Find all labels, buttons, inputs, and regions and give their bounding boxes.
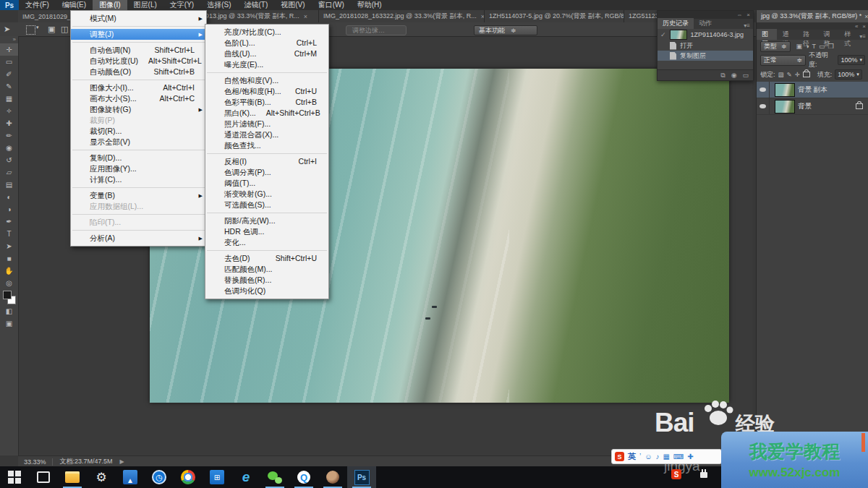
menu-item[interactable]: 替换颜色(R)... — [205, 275, 328, 286]
menu-item[interactable]: 色阶(L)... Ctrl+L — [205, 38, 328, 48]
taskbar-item[interactable]: e — [231, 466, 260, 488]
panel-menu-icon[interactable]: ▾≡ — [744, 22, 753, 29]
tool-button[interactable]: ◑ — [0, 203, 18, 215]
menu-item[interactable]: 颜色查找... — [205, 140, 328, 151]
layer-visibility-toggle[interactable] — [757, 98, 770, 114]
panel-close-icon[interactable]: × — [746, 12, 750, 18]
zoom-level[interactable]: 33.33% — [24, 458, 53, 466]
sogou-tray-icon[interactable]: S — [671, 469, 681, 479]
tab-close-icon[interactable]: × — [864, 13, 868, 20]
taskbar-item[interactable] — [29, 466, 58, 488]
menu-item[interactable]: 调整(J) — [71, 29, 206, 40]
ime-icon[interactable]: ✚ — [687, 453, 693, 461]
panel-tab[interactable]: 通道 — [777, 29, 797, 40]
layer-visibility-toggle[interactable] — [757, 82, 770, 98]
tool-button[interactable]: ✒ — [0, 215, 18, 228]
history-state-row[interactable]: 复制图层 — [658, 51, 753, 61]
menu-item[interactable]: 图像旋转(G) — [71, 104, 206, 115]
menu-item[interactable]: 曝光度(E)... — [205, 59, 328, 70]
document-tab[interactable]: IMG_20181028_163322.jpg @ 33.3%(背景 副本, R… — [319, 10, 485, 22]
panel-menu-icon[interactable]: ▾≡ — [859, 33, 868, 40]
layer-row[interactable]: 背景 — [757, 98, 868, 115]
tab-close-icon[interactable]: × — [304, 13, 307, 20]
tool-button[interactable]: ◎ — [0, 277, 18, 289]
workspace-select[interactable]: 基本功能 ≑ — [474, 25, 537, 35]
menu-bar-item[interactable]: 窗口(W) — [312, 0, 351, 10]
tool-button[interactable]: ▱ — [0, 166, 18, 179]
status-menu-arrow-icon[interactable]: ▶ — [120, 458, 124, 465]
menu-item[interactable]: 自动色调(N) Shift+Ctrl+L — [71, 45, 206, 56]
menu-item[interactable]: 模式(M) — [71, 13, 206, 24]
menu-item[interactable]: 渐变映射(G)... — [205, 189, 328, 200]
sogou-logo-icon[interactable]: S — [615, 452, 624, 461]
marquee-preset-icon[interactable] — [26, 25, 35, 35]
preset-arrow-icon[interactable]: ▾ — [36, 25, 39, 30]
menu-item[interactable]: 图像大小(I)... Alt+Ctrl+I — [71, 82, 206, 93]
blend-mode-select[interactable]: 正常 ≑ — [760, 55, 806, 66]
tool-button[interactable]: ✋ — [0, 265, 18, 277]
menu-item[interactable]: 裁剪(P) — [71, 115, 206, 126]
menu-bar-item[interactable]: 图层(L) — [127, 0, 163, 10]
layer-filter-icon[interactable]: ▭ — [819, 43, 825, 50]
ime-icon[interactable]: ☺ — [644, 453, 652, 461]
menu-item[interactable]: 匹配颜色(M)... — [205, 264, 328, 275]
fill-value[interactable]: 100% ▾ — [835, 69, 862, 80]
menu-bar-item[interactable]: 文字(Y) — [163, 0, 200, 10]
menu-item[interactable]: 去色(D) Shift+Ctrl+U — [205, 253, 328, 264]
taskbar-item[interactable]: ⚙ — [87, 466, 116, 488]
menu-item[interactable]: 复制(D)... — [71, 153, 206, 163]
tool-button[interactable]: ↺ — [0, 154, 18, 166]
menu-item[interactable]: 色彩平衡(B)... Ctrl+B — [205, 97, 328, 108]
tool-button[interactable]: ▣ — [0, 317, 18, 330]
menu-item[interactable]: 自动颜色(O) Shift+Ctrl+B — [71, 67, 206, 77]
tool-button[interactable]: ✛ — [0, 43, 18, 56]
menu-item[interactable]: 自然饱和度(V)... — [205, 75, 328, 86]
layer-filter-icon[interactable]: T — [812, 43, 817, 50]
tool-button[interactable]: ✧ — [0, 105, 18, 117]
layer-thumbnail[interactable] — [775, 100, 795, 114]
color-swatches[interactable] — [0, 289, 18, 305]
history-brush-source-icon[interactable]: ✓ — [660, 31, 666, 38]
taskbar-item[interactable] — [260, 466, 289, 488]
layer-row[interactable]: 背景 副本 — [757, 82, 868, 98]
lock-option-icon[interactable]: ▨ — [778, 71, 784, 78]
tool-button[interactable]: ▦ — [0, 93, 18, 105]
history-button-icon[interactable]: ◉ — [731, 72, 737, 79]
menu-item[interactable]: 色调均化(Q) — [205, 286, 328, 296]
new-selection-icon[interactable]: ▣ — [48, 25, 55, 34]
menu-item[interactable]: 通道混合器(X)... — [205, 129, 328, 140]
menu-item[interactable]: 阈值(T)... — [205, 178, 328, 189]
menu-item[interactable]: 反相(I) Ctrl+I — [205, 156, 328, 167]
opacity-value[interactable]: 100% ▾ — [838, 55, 865, 65]
document-tab[interactable]: 61913.jpg @ 33.3%(背景 副本, R... × — [194, 10, 319, 22]
taskbar-item[interactable] — [318, 466, 347, 488]
menu-item[interactable]: 应用图像(Y)... — [71, 163, 206, 174]
menu-item[interactable]: 变量(B) — [71, 190, 206, 201]
menu-item[interactable]: HDR 色调... — [205, 226, 328, 237]
menu-bar-item[interactable]: 选择(S) — [200, 0, 237, 10]
taskbar-item[interactable] — [58, 466, 87, 488]
menu-item[interactable]: 黑白(K)... Alt+Shift+Ctrl+B — [205, 108, 328, 119]
dock-close-icon[interactable]: × — [862, 23, 866, 30]
layer-filter-icon[interactable]: ▣ — [796, 43, 803, 50]
ime-icon[interactable]: ⌨ — [673, 453, 684, 461]
menu-item[interactable]: 曲线(U)... Ctrl+M — [205, 48, 328, 59]
history-snapshot-row[interactable]: ✓ 1ZP9114046-3.jpg — [658, 29, 753, 40]
add-selection-icon[interactable]: ◫ — [61, 25, 68, 34]
menu-item[interactable]: 显示全部(V) — [71, 137, 206, 147]
menu-bar-item[interactable]: 编辑(E) — [56, 0, 93, 10]
tool-button[interactable]: ▤ — [0, 179, 18, 191]
history-state-row[interactable]: 打开 — [658, 40, 753, 51]
refine-edge-button[interactable]: 调整边缘… — [346, 25, 407, 35]
menu-item[interactable]: 裁切(R)... — [71, 126, 206, 137]
ime-icon[interactable]: ’ — [639, 453, 641, 461]
menu-item[interactable]: 变化... — [205, 237, 328, 248]
taskbar-item[interactable]: Q — [289, 466, 318, 488]
menu-item[interactable]: 陷印(T)... — [71, 217, 206, 228]
menu-item[interactable]: 可选颜色(S)... — [205, 200, 328, 210]
active-document-tab[interactable]: jpg @ 33.3%(背景 副本, RGB/8#) * × — [757, 10, 868, 22]
menu-item[interactable]: 亮度/对比度(C)... — [205, 27, 328, 38]
taskbar-item[interactable]: ▲ — [116, 466, 145, 488]
panel-collapse-icon[interactable]: ⇔ — [736, 12, 742, 18]
filter-kind-select[interactable]: 类型 ≑ — [760, 41, 791, 52]
